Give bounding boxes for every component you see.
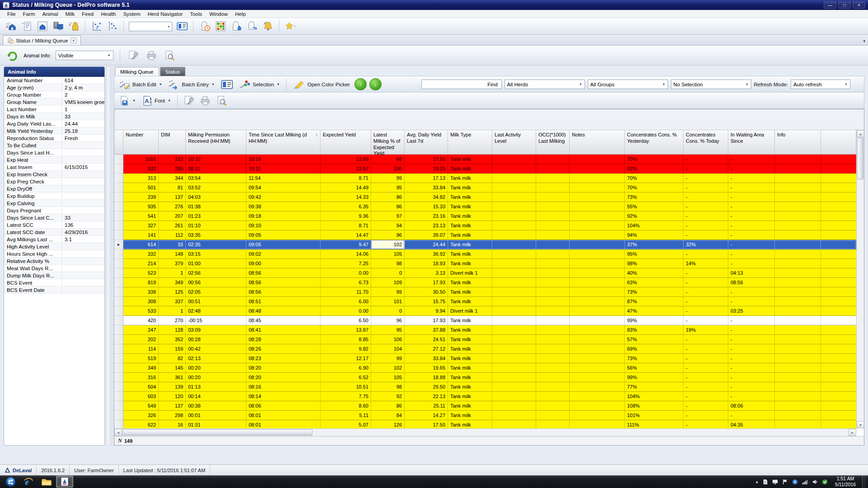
taskbar-clock[interactable]: 1:51 AM 5/11/2016 — [831, 476, 859, 487]
cell-activity[interactable] — [492, 392, 536, 401]
cell-dim[interactable]: 125 — [159, 287, 186, 297]
cell-number[interactable]: 141 — [123, 230, 159, 240]
cell-avg7d[interactable]: 17.50 — [405, 420, 448, 428]
cell-waiting[interactable]: - — [728, 155, 775, 164]
cell-permission[interactable]: -00:15 — [186, 316, 246, 325]
cell-dim[interactable]: 1 — [159, 306, 186, 316]
cell-number[interactable]: 420 — [123, 316, 159, 325]
cell-occ[interactable] — [536, 155, 570, 164]
animal-info-row[interactable]: Exp Buildup — [4, 192, 104, 200]
refresh-icon[interactable] — [5, 49, 19, 62]
column-header-cons_yday[interactable]: Concentrates Cons. % Yesterday — [625, 130, 684, 155]
cell-dim[interactable]: 137 — [159, 401, 186, 411]
tab-list-chevron-icon[interactable]: ▾ — [863, 39, 865, 43]
cell-avg7d[interactable]: 30.50 — [405, 287, 448, 297]
cell-cons_today[interactable]: - — [684, 278, 728, 287]
cell-expected[interactable]: 9.82 — [321, 344, 371, 354]
cell-cons_yday[interactable]: 70% — [625, 183, 684, 192]
cell-activity[interactable] — [492, 287, 536, 297]
cell-avg7d[interactable]: 36.92 — [405, 249, 448, 259]
cell-avg7d[interactable]: 15.75 — [405, 297, 448, 306]
cell-activity[interactable] — [492, 174, 536, 183]
cell-info[interactable] — [775, 363, 821, 373]
cell-avg7d[interactable]: 18.93 — [405, 259, 448, 268]
cell-notes[interactable] — [570, 259, 625, 268]
find-button[interactable]: Find — [484, 82, 501, 87]
cell-occ[interactable] — [536, 335, 570, 344]
row-marker-cell[interactable] — [114, 344, 123, 354]
cell-pct[interactable]: 97 — [371, 211, 405, 221]
column-header-since[interactable]: Time Since Last Milking (d HH:MM)↑ — [246, 130, 321, 155]
menu-help[interactable]: Help — [231, 11, 250, 17]
cell-notes[interactable] — [570, 363, 625, 373]
cell-info[interactable] — [775, 392, 821, 401]
row-marker-cell[interactable] — [114, 211, 123, 221]
cell-waiting[interactable]: - — [728, 192, 775, 202]
cell-dim[interactable]: 285 — [159, 164, 186, 174]
cell-notes[interactable] — [570, 268, 625, 278]
row-marker-cell[interactable] — [114, 354, 123, 363]
cell-cons_yday[interactable]: 40% — [625, 268, 684, 278]
cell-pct[interactable]: 99 — [371, 287, 405, 297]
cell-since[interactable]: 09:05 — [246, 230, 321, 240]
cell-milk_type[interactable]: Tank milk — [448, 382, 492, 392]
animal-info-row[interactable]: Exp Insem Check — [4, 171, 104, 178]
cell-notes[interactable] — [570, 335, 625, 344]
row-marker-cell[interactable] — [114, 297, 123, 306]
row-marker-cell[interactable] — [114, 420, 123, 428]
scroll-up-icon[interactable]: ▲ — [857, 130, 864, 137]
animal-info-row[interactable]: Latest SCC date4/29/2016 — [4, 229, 104, 236]
cell-avg7d[interactable]: 19.65 — [405, 363, 448, 373]
table-row[interactable]: 23913704:0309:4214.338634.82Tank milk73%… — [114, 192, 856, 202]
cell-dim[interactable]: 81 — [159, 183, 186, 192]
animal-info-row[interactable]: Avg Daily Yield Las...24.44 — [4, 120, 104, 127]
cell-permission[interactable]: 03:09 — [186, 325, 246, 335]
animal-info-row[interactable]: Exp Heat — [4, 156, 104, 164]
cell-number[interactable]: 326 — [123, 411, 159, 420]
cell-pct[interactable]: 101 — [371, 297, 405, 306]
row-marker-cell[interactable] — [114, 183, 123, 192]
cell-activity[interactable] — [492, 344, 536, 354]
cell-info[interactable] — [775, 183, 821, 192]
cell-milk_type[interactable]: Tank milk — [448, 211, 492, 221]
cell-occ[interactable] — [536, 278, 570, 287]
cell-pct[interactable]: 95 — [371, 183, 405, 192]
nav-down-button[interactable]: ↓ — [369, 78, 382, 90]
cell-avg7d[interactable]: 18.88 — [405, 373, 448, 382]
animal-info-row[interactable]: Dump Milk Days R... — [4, 272, 104, 279]
cell-waiting[interactable]: - — [728, 344, 775, 354]
cell-permission[interactable]: 03:35 — [186, 230, 246, 240]
table-row[interactable]: 11415900:4208:269.8210427.12Tank milk69%… — [114, 344, 856, 354]
cell-permission[interactable]: 02:35 — [186, 240, 246, 249]
cell-number[interactable]: 214 — [123, 259, 159, 268]
animal-info-row[interactable]: Milk Yield Yesterday25.18 — [4, 127, 104, 135]
cell-occ[interactable] — [536, 287, 570, 297]
cell-permission[interactable]: 01:13 — [186, 382, 246, 392]
cell-dim[interactable]: 298 — [159, 411, 186, 420]
scatter-chart-icon[interactable] — [90, 20, 103, 33]
table-row[interactable]: 54120701:2309:189.369723.16Tank milk92%-… — [114, 211, 856, 221]
nav-up-button[interactable]: ↑ — [354, 78, 367, 90]
table-row[interactable]: 20235200:2808:288.8510624.51Tank milk57%… — [114, 335, 856, 344]
animal-info-row[interactable]: Days In Milk33 — [4, 113, 104, 120]
row-marker-cell[interactable] — [114, 268, 123, 278]
print-icon[interactable] — [145, 49, 158, 62]
cell-waiting[interactable]: - — [728, 363, 775, 373]
cell-notes[interactable] — [570, 249, 625, 259]
table-row[interactable]: 32726101:1009:108.719423.13Tank milk104%… — [114, 221, 856, 230]
cell-cons_today[interactable]: - — [684, 221, 728, 230]
cell-number[interactable]: 316 — [123, 373, 159, 382]
cell-cons_yday[interactable]: 99% — [625, 373, 684, 382]
cell-activity[interactable] — [492, 316, 536, 325]
cell-info[interactable] — [775, 174, 821, 183]
table-row[interactable]: 32629800:0108:015.118414.27Tank milk101%… — [114, 411, 856, 420]
cell-permission[interactable]: 02:05 — [186, 287, 246, 297]
cell-permission[interactable]: 02:48 — [186, 306, 246, 316]
card-view-button[interactable] — [219, 79, 235, 90]
table-row[interactable]: 60312000:1408:147.759222.13Tank milk104%… — [114, 392, 856, 401]
cell-avg7d[interactable]: 19.25 — [405, 164, 448, 174]
animal-info-row[interactable]: Days Pregnant — [4, 207, 104, 214]
cell-dim[interactable]: 276 — [159, 202, 186, 211]
cell-expected[interactable]: 14.47 — [321, 230, 371, 240]
animal-info-select[interactable]: Visible ▼ — [56, 51, 113, 60]
